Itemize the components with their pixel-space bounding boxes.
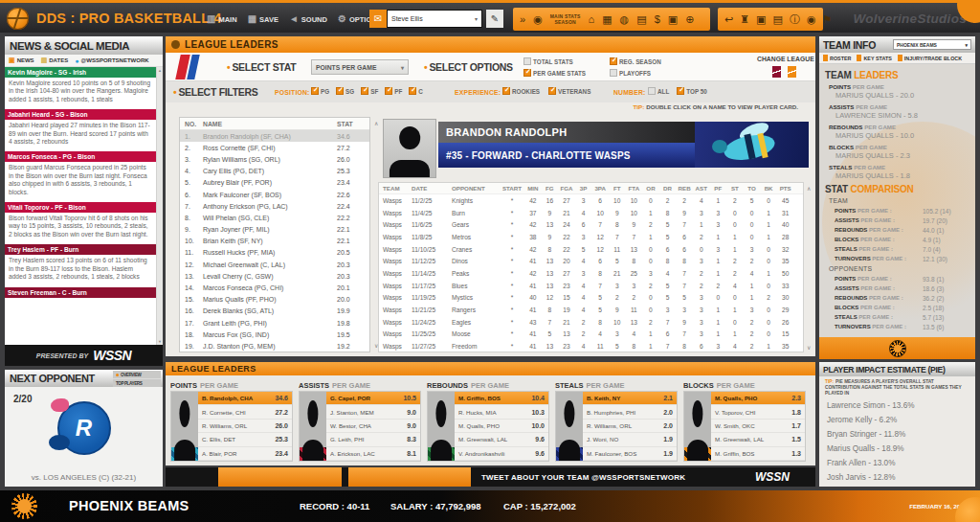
fast-forward-icon[interactable]: » xyxy=(520,14,525,25)
news-item[interactable]: Kevin Magloire - SG - Irish Kevin Magloi… xyxy=(5,67,156,107)
leader-row[interactable]: W. Bestor, CHA9.0 xyxy=(326,420,420,433)
leader-row[interactable]: C. Ellis, DET25.3 xyxy=(198,433,292,446)
experience-checkbox[interactable]: ROOKIES xyxy=(502,87,540,95)
game-log-row[interactable]: Wasps11/10/25Cranes*42822512111306603130… xyxy=(379,243,803,256)
leader-row[interactable]: B. Humphries, PHI2.0 xyxy=(583,405,677,419)
scroll-up-arrow[interactable]: ∧ xyxy=(374,120,378,126)
leader-row[interactable]: G. Leith, PHI8.3 xyxy=(326,433,420,446)
toolbar-icon[interactable]: ↩ xyxy=(724,14,733,25)
game-log-row[interactable]: Wasps11/8/25Metros*38922312771562110128 xyxy=(379,231,803,243)
leader-row[interactable]: A. Erickson, LAC8.1 xyxy=(326,447,420,461)
leader-row[interactable]: G. Capel, POR10.5 xyxy=(326,392,420,405)
player-list-row[interactable]: 4. Cary Ellis (PG, DET) 25.3 xyxy=(180,166,369,177)
toolbar-icon[interactable]: ▦ xyxy=(602,14,612,25)
option-checkbox[interactable]: PLAYOFFS xyxy=(610,67,694,79)
game-log-row[interactable]: Wasps11/12/25Dinos*41132046580883122035 xyxy=(379,255,803,267)
position-checkbox[interactable]: PF xyxy=(385,87,402,95)
news-item[interactable]: Trey Haslem - PF - Burn Trey Haslem scor… xyxy=(5,244,156,284)
menu-item[interactable]: ◄SOUND xyxy=(289,14,327,24)
league-logo-option[interactable] xyxy=(772,66,781,78)
player-list-row[interactable]: 16. Derek Blanks (SG, ATL) 19.9 xyxy=(180,306,369,317)
tweet-action-button[interactable] xyxy=(218,467,342,487)
menu-item[interactable]: ▦SAVE xyxy=(248,14,278,24)
player-list-row[interactable]: 8. Will Phelan (SG, CLE) 22.2 xyxy=(180,212,369,223)
game-log-row[interactable]: Wasps11/17/25Blues*41132347332572241033 xyxy=(379,280,803,292)
player-list-row[interactable]: 3. Rylan Williams (SG, ORL) 26.0 xyxy=(180,153,369,165)
ball-icon[interactable]: ◉ xyxy=(533,14,543,25)
news-item[interactable]: Jabahri Heard - SG - Bison Jabahri Heard… xyxy=(5,109,156,149)
player-list-row[interactable]: 17. Grant Leith (PG, PHI) 19.8 xyxy=(180,317,369,329)
game-log-row[interactable]: Wasps11/6/25Gears*42132467892571300140 xyxy=(379,218,803,231)
leader-row[interactable]: J. Stanton, MEM9.0 xyxy=(326,405,420,419)
game-log-row[interactable]: Wasps11/27/25Freedom*4113234115817863421… xyxy=(379,340,803,352)
game-log-row[interactable]: Wasps11/14/25Peaks*421327382125347212415… xyxy=(379,267,803,280)
tab-overview[interactable]: OVERVIEW xyxy=(113,371,161,378)
game-log-row[interactable]: Wasps11/24/25Eagles*43721281013279310202… xyxy=(379,316,803,329)
leader-row[interactable]: R. Cornette, CHI27.2 xyxy=(198,405,292,419)
news-item[interactable]: Vitali Toporov - PF - Bison Bison forwar… xyxy=(5,202,156,242)
game-log-row[interactable]: Wasps11/4/25Burn*379214109101893300131 xyxy=(379,207,803,219)
toolbar-icon[interactable]: $ xyxy=(655,14,660,25)
tweet-action-button[interactable] xyxy=(348,467,471,487)
position-checkbox[interactable]: SG xyxy=(336,87,354,95)
player-list-row[interactable]: 15. Marius Qualls (PF, PHO) 20.0 xyxy=(180,294,369,306)
player-list-row[interactable]: 11. Russell Hucks (PF, MIA) 20.5 xyxy=(180,247,369,259)
player-list-row[interactable]: 5. Aubrey Blair (PF, POR) 23.4 xyxy=(180,177,369,189)
game-log-row[interactable]: Wasps11/19/25Mystics*4012154522055300123… xyxy=(379,292,803,305)
player-list-row[interactable]: 18. Marcus Fox (SG, IND) 19.5 xyxy=(180,329,369,340)
stat-dropdown[interactable]: POINTS PER GAME▾ xyxy=(311,59,409,75)
leader-row[interactable]: M. Griffin, BOS10.4 xyxy=(455,392,548,405)
option-checkbox[interactable]: REG. SEASON xyxy=(610,56,694,67)
leader-row[interactable]: B. Keith, NY2.1 xyxy=(583,392,677,405)
player-list-row[interactable]: 6. Mark Faulconer (SF, BOS) 22.6 xyxy=(180,189,369,200)
leader-row[interactable]: R. Hucks, MIA10.3 xyxy=(455,405,548,419)
toolbar-icon[interactable]: ◍ xyxy=(620,14,630,25)
number-checkbox[interactable]: ALL xyxy=(648,87,669,95)
player-list-row[interactable]: 13. Levall Cherry (C, GSW) 20.3 xyxy=(180,270,369,282)
leader-row[interactable]: M. Greenwalt, LAL1.5 xyxy=(711,433,805,446)
leader-row[interactable]: R. Williams, ORL26.0 xyxy=(198,420,292,433)
tab-top-players[interactable]: TOP PLAYERS xyxy=(113,379,161,387)
position-checkbox[interactable]: C xyxy=(409,87,423,95)
leader-row[interactable]: R. Williams, ORL2.0 xyxy=(583,420,677,433)
team-info-tab[interactable]: KEY STATS xyxy=(857,55,891,61)
player-list-row[interactable]: 9. Ryan Joyner (PF, MIL) 22.1 xyxy=(180,224,369,236)
player-list-row[interactable]: 12. Michael Greenwalt (C, LAL) 20.3 xyxy=(180,259,369,270)
toolbar-icon[interactable]: ▣ xyxy=(668,14,678,25)
scroll-down-arrow[interactable]: ∨ xyxy=(807,344,811,351)
compose-mail-button[interactable]: ✎ xyxy=(486,10,503,28)
league-logo-option[interactable] xyxy=(788,66,796,78)
game-log-row[interactable]: Wasps11/25/25Moose*4151324341673112015 xyxy=(379,329,803,341)
scroll-up-arrow[interactable]: ∧ xyxy=(807,185,811,192)
game-log-row[interactable]: Wasps11/21/25Rangers*4181945911033311302… xyxy=(379,304,803,316)
news-tab[interactable]: ●@WSSPORTSNETWORK xyxy=(75,57,148,64)
leader-row[interactable]: J. Woni, NO1.9 xyxy=(583,433,677,446)
menu-item[interactable]: ▥MAIN xyxy=(207,14,237,24)
number-checkbox[interactable]: TOP 50 xyxy=(677,87,706,95)
team-info-tab[interactable]: ROSTER xyxy=(823,55,851,61)
toolbar-icon[interactable]: ⚑ xyxy=(823,14,833,25)
leader-row[interactable]: V. Toporov, CHI1.8 xyxy=(711,405,805,419)
toolbar-icon[interactable]: ⌂ xyxy=(589,14,595,25)
position-checkbox[interactable]: SF xyxy=(361,87,378,95)
leader-row[interactable]: M. Qualls, PHO2.3 xyxy=(711,392,805,405)
toolbar-icon[interactable]: ♜ xyxy=(740,14,749,25)
position-checkbox[interactable]: PG xyxy=(311,87,329,95)
mail-recipient-field[interactable]: Steve Ellis▾ xyxy=(387,10,482,28)
leader-row[interactable]: W. Smith, OKC1.7 xyxy=(711,420,805,433)
player-list-row[interactable]: 7. Anthony Erickson (PG, LAC) 22.4 xyxy=(180,200,369,212)
news-item[interactable]: Marcos Fonseca - PG - Bison Bison guard … xyxy=(5,151,156,200)
toolbar-icon[interactable]: ▣ xyxy=(756,14,766,25)
news-tab[interactable]: ▣NEWS xyxy=(9,57,34,64)
option-checkbox[interactable]: PER GAME STATS xyxy=(523,67,608,79)
leader-row[interactable]: V. Andronikashvili9.6 xyxy=(455,447,548,461)
toolbar-icon[interactable]: ⊕ xyxy=(685,14,694,25)
game-log-row[interactable]: Wasps11/2/25Knights*42162736101002241250… xyxy=(379,194,803,207)
player-list-row[interactable]: 14. Marcos Fonseca (PG, CHI) 20.1 xyxy=(180,282,369,293)
toolbar-icon[interactable]: ▤ xyxy=(773,14,783,25)
leader-row[interactable]: M. Qualls, PHO10.0 xyxy=(455,420,548,433)
option-checkbox[interactable]: TOTAL STATS xyxy=(523,56,608,67)
toolbar-icon[interactable]: ◉ xyxy=(807,14,816,25)
team-select-dropdown[interactable]: PHOENIX BEAMS▾ xyxy=(893,39,971,50)
player-list-row[interactable]: 19. J.D. Stanton (PG, MEM) 19.2 xyxy=(180,340,369,352)
